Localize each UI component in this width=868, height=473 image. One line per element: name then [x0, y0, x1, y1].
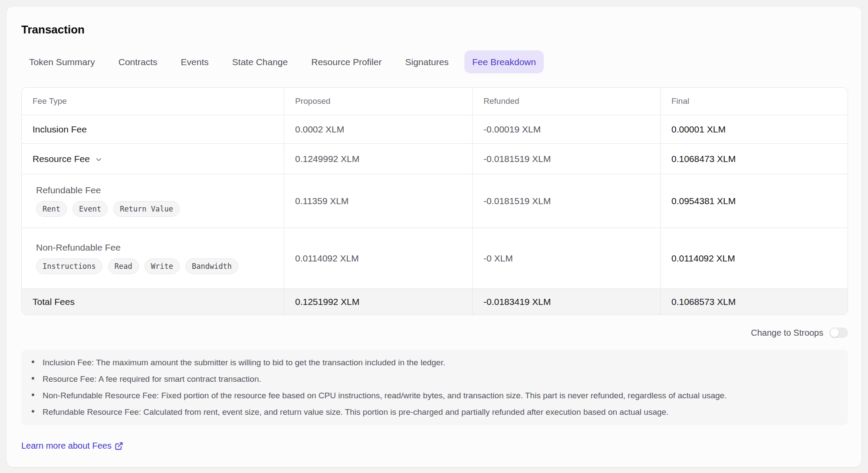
fee-label: Refundable Fee	[33, 185, 277, 195]
refunded-value: -0.0181519 XLM	[483, 154, 653, 164]
table-row-resource-fee[interactable]: Resource Fee 0.1249992 XLM -0.0181519 XL…	[22, 143, 848, 174]
column-header-final: Final	[660, 88, 848, 115]
tag-return-value: Return Value	[113, 201, 180, 217]
final-value: 0.0114092 XLM	[671, 253, 841, 264]
tag-instructions: Instructions	[36, 258, 102, 274]
bullet-icon	[32, 410, 34, 413]
stroops-toggle-switch[interactable]	[829, 327, 848, 338]
tag-bandwidth: Bandwidth	[185, 258, 238, 274]
chevron-down-icon[interactable]	[95, 155, 103, 164]
list-item: Resource Fee: A fee required for smart c…	[32, 371, 836, 387]
fee-info-box: Inclusion Fee: The maximum amount the su…	[21, 350, 848, 425]
refunded-value: -0 XLM	[483, 253, 653, 264]
bullet-icon	[32, 361, 34, 363]
proposed-value: 0.1249992 XLM	[295, 154, 465, 164]
fee-label: Inclusion Fee	[33, 124, 277, 135]
tab-contracts[interactable]: Contracts	[111, 50, 165, 73]
fee-label: Resource Fee	[33, 154, 90, 164]
fee-label: Total Fees	[33, 297, 277, 307]
tab-fee-breakdown[interactable]: Fee Breakdown	[464, 50, 544, 73]
transaction-card: Transaction Token Summary Contracts Even…	[6, 6, 862, 467]
fee-component-tags: Rent Event Return Value	[33, 201, 277, 217]
tag-read: Read	[108, 258, 139, 274]
proposed-value: 0.11359 XLM	[295, 196, 465, 206]
table-row-non-refundable-fee: Non-Refundable Fee Instructions Read Wri…	[22, 228, 848, 288]
tag-event: Event	[72, 201, 108, 217]
tab-bar: Token Summary Contracts Events State Cha…	[21, 50, 847, 73]
page-title: Transaction	[21, 23, 847, 36]
refunded-value: -0.00019 XLM	[483, 124, 653, 135]
refunded-value: -0.0181519 XLM	[483, 196, 653, 206]
table-row-total-fees: Total Fees 0.1251992 XLM -0.0183419 XLM …	[22, 288, 848, 314]
list-item: Inclusion Fee: The maximum amount the su…	[32, 354, 836, 371]
table-row-refundable-fee: Refundable Fee Rent Event Return Value 0…	[22, 174, 848, 228]
note-text: Inclusion Fee: The maximum amount the su…	[43, 354, 445, 371]
table-row-inclusion-fee: Inclusion Fee 0.0002 XLM -0.00019 XLM 0.…	[22, 115, 848, 143]
proposed-value: 0.0002 XLM	[295, 124, 465, 135]
stroops-toggle-row: Change to Stroops	[21, 326, 848, 339]
column-header-fee-type: Fee Type	[22, 88, 284, 115]
toggle-knob	[830, 328, 839, 337]
list-item: Refundable Resource Fee: Calculated from…	[32, 404, 836, 420]
final-value: 0.00001 XLM	[671, 124, 841, 135]
learn-more-fees-link[interactable]: Learn more about Fees	[21, 441, 123, 451]
learn-more-fees-label: Learn more about Fees	[21, 441, 112, 451]
tag-rent: Rent	[36, 201, 67, 217]
refunded-value: -0.0183419 XLM	[483, 297, 653, 307]
fee-component-tags: Instructions Read Write Bandwidth	[33, 258, 277, 274]
final-value: 0.1068573 XLM	[671, 297, 841, 307]
column-header-refunded: Refunded	[472, 88, 660, 115]
tab-resource-profiler[interactable]: Resource Profiler	[303, 50, 389, 73]
fee-breakdown-table: Fee Type Proposed Refunded Final Inclusi…	[21, 87, 848, 315]
final-value: 0.1068473 XLM	[671, 154, 841, 164]
note-text: Resource Fee: A fee required for smart c…	[43, 371, 261, 387]
note-text: Non-Refundable Resource Fee: Fixed porti…	[43, 387, 727, 404]
proposed-value: 0.0114092 XLM	[295, 253, 465, 264]
tab-token-summary[interactable]: Token Summary	[21, 50, 103, 73]
tab-state-change[interactable]: State Change	[224, 50, 296, 73]
fee-label: Non-Refundable Fee	[33, 242, 277, 253]
tab-signatures[interactable]: Signatures	[397, 50, 456, 73]
external-link-icon	[115, 442, 123, 450]
list-item: Non-Refundable Resource Fee: Fixed porti…	[32, 387, 836, 404]
note-text: Refundable Resource Fee: Calculated from…	[43, 404, 668, 420]
bullet-icon	[32, 394, 34, 396]
tag-write: Write	[145, 258, 180, 274]
table-header-row: Fee Type Proposed Refunded Final	[22, 88, 848, 115]
stroops-toggle-label: Change to Stroops	[751, 328, 823, 338]
bullet-icon	[32, 377, 34, 380]
tab-events[interactable]: Events	[173, 50, 217, 73]
final-value: 0.0954381 XLM	[671, 196, 841, 206]
proposed-value: 0.1251992 XLM	[295, 297, 465, 307]
column-header-proposed: Proposed	[284, 88, 472, 115]
